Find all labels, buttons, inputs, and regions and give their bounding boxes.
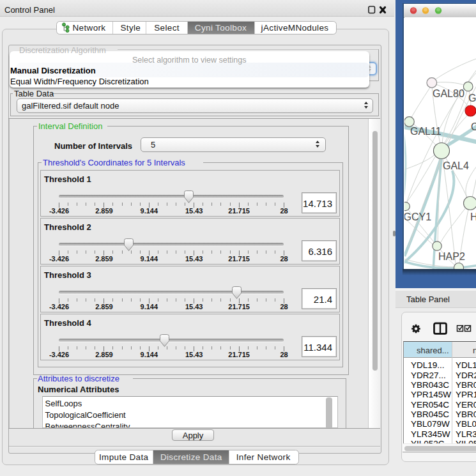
svg-text:GAL4: GAL4 — [443, 160, 469, 171]
svg-text:GAL11: GAL11 — [410, 126, 441, 137]
svg-text:GCY1: GCY1 — [404, 211, 431, 222]
svg-text:H: H — [470, 211, 476, 222]
svg-text:GAL80: GAL80 — [433, 88, 464, 99]
svg-text:C: C — [471, 121, 476, 132]
svg-text:HAP2: HAP2 — [438, 251, 465, 262]
svg-text:GA: GA — [468, 93, 476, 104]
